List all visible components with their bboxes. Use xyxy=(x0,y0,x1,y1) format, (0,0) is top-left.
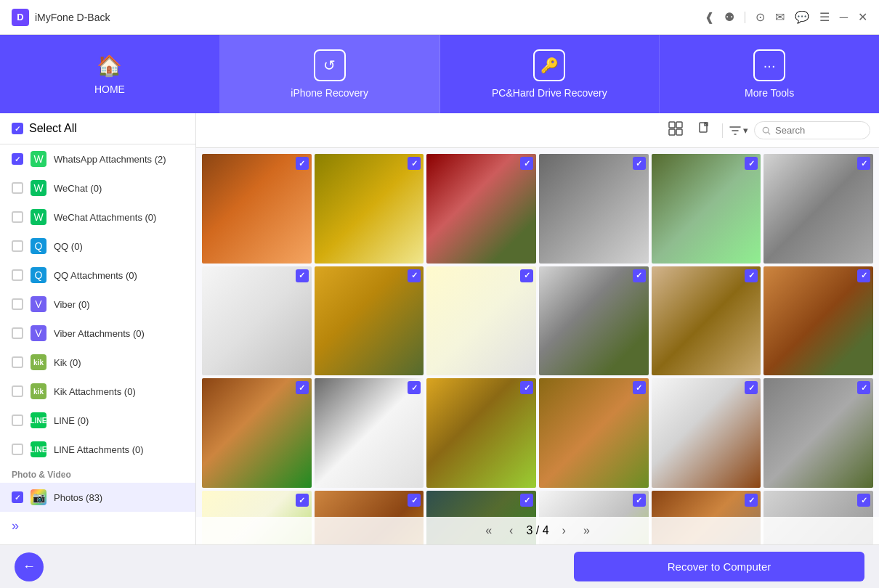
photo-item[interactable] xyxy=(315,266,424,376)
sidebar-item-wechat-attachments[interactable]: W WeChat Attachments (0) xyxy=(0,203,195,232)
grid-view-button[interactable] xyxy=(664,118,687,142)
more-tools-icon: ··· xyxy=(753,49,785,81)
qq-icon: Q xyxy=(31,238,46,254)
toolbar-divider xyxy=(722,123,723,138)
whatsapp-attachments-label: WhatsApp Attachments (2) xyxy=(54,154,166,165)
sidebar-item-line-attachments[interactable]: LINE LINE Attachments (0) xyxy=(0,435,195,464)
sidebar-item-whatsapp-attachments[interactable]: W WhatsApp Attachments (2) xyxy=(0,144,195,173)
title-bar-left: D iMyFone D-Back xyxy=(12,9,110,26)
line-attachments-label: LINE Attachments (0) xyxy=(54,444,144,455)
back-button[interactable]: ← xyxy=(15,552,44,581)
tab-more-label: More Tools xyxy=(745,87,794,99)
qq-checkbox[interactable] xyxy=(12,240,23,252)
chat-icon[interactable]: 💬 xyxy=(795,10,809,24)
user-icon[interactable]: ⚉ xyxy=(724,10,734,24)
svg-rect-0 xyxy=(669,122,675,128)
tab-iphone-label: iPhone Recovery xyxy=(291,87,368,99)
wechat-label: WeChat (0) xyxy=(54,183,102,194)
photo-item[interactable] xyxy=(539,154,649,264)
title-bar-controls: ❰ ⚉ ⊙ ✉ 💬 ☰ ─ ✕ xyxy=(705,10,867,24)
svg-rect-3 xyxy=(676,129,682,135)
photo-item[interactable] xyxy=(652,154,761,264)
photo-grid xyxy=(196,148,879,544)
qq-attachments-checkbox[interactable] xyxy=(12,269,23,281)
photo-item[interactable] xyxy=(539,378,649,488)
line-checkbox[interactable] xyxy=(12,415,23,426)
main-layout: Select All W WhatsApp Attachments (2) W … xyxy=(0,113,879,544)
photo-item[interactable] xyxy=(763,378,873,488)
tab-pc-recovery[interactable]: 🔑 PC&Hard Drive Recovery xyxy=(440,35,660,113)
photo-item[interactable] xyxy=(202,154,312,264)
viber-attachments-checkbox[interactable] xyxy=(12,327,23,339)
last-page-button[interactable]: » xyxy=(579,523,594,539)
filter-button[interactable]: ▾ xyxy=(729,124,748,137)
wechat-attachments-label: WeChat Attachments (0) xyxy=(54,212,156,223)
photo-item[interactable] xyxy=(202,266,312,376)
sidebar-header[interactable]: Select All xyxy=(0,113,195,144)
sidebar-item-line[interactable]: LINE LINE (0) xyxy=(0,406,195,435)
kik-icon: kik xyxy=(31,354,46,370)
photo-item[interactable] xyxy=(426,378,536,488)
photo-item[interactable] xyxy=(315,378,424,488)
search-box[interactable] xyxy=(754,121,870,139)
first-page-button[interactable]: « xyxy=(481,523,496,539)
viber-checkbox[interactable] xyxy=(12,298,23,310)
photo-item[interactable] xyxy=(763,266,873,376)
recover-button[interactable]: Recover to Computer xyxy=(574,552,864,581)
sidebar-item-more[interactable]: » xyxy=(0,512,195,540)
wechat-attachments-checkbox[interactable] xyxy=(12,211,23,223)
photo-item[interactable] xyxy=(315,154,424,264)
menu-icon[interactable]: ☰ xyxy=(819,10,830,24)
qq-label: QQ (0) xyxy=(54,241,83,252)
sidebar-item-kik-attachments[interactable]: kik Kik Attachments (0) xyxy=(0,377,195,406)
whatsapp-attachments-checkbox[interactable] xyxy=(12,153,23,165)
sidebar-item-qq[interactable]: Q QQ (0) xyxy=(0,232,195,261)
sidebar-item-kik[interactable]: kik Kik (0) xyxy=(0,348,195,377)
kik-attach-icon: kik xyxy=(31,383,46,399)
sidebar-item-photos[interactable]: 📷 Photos (83) xyxy=(0,483,195,512)
photo-item[interactable] xyxy=(652,378,761,488)
sidebar-item-viber[interactable]: V Viber (0) xyxy=(0,290,195,319)
photo-item[interactable] xyxy=(539,266,649,376)
location-icon[interactable]: ⊙ xyxy=(756,10,765,24)
wechat-checkbox[interactable] xyxy=(12,182,23,194)
viber-label: Viber (0) xyxy=(54,299,90,310)
pc-recovery-icon: 🔑 xyxy=(533,49,565,81)
photo-item[interactable] xyxy=(426,154,536,264)
next-page-button[interactable]: › xyxy=(558,523,570,539)
sidebar-item-viber-attachments[interactable]: V Viber Attachments (0) xyxy=(0,319,195,348)
file-view-button[interactable] xyxy=(693,118,716,142)
select-all-label: Select All xyxy=(29,122,77,135)
more-icon: » xyxy=(12,518,19,534)
sidebar-item-qq-attachments[interactable]: Q QQ Attachments (0) xyxy=(0,261,195,290)
svg-rect-1 xyxy=(676,122,682,128)
kik-checkbox[interactable] xyxy=(12,356,23,368)
select-all-checkbox[interactable] xyxy=(12,123,23,134)
photos-checkbox[interactable] xyxy=(12,491,23,503)
search-input[interactable] xyxy=(775,125,862,136)
prev-page-button[interactable]: ‹ xyxy=(505,523,517,539)
photo-item[interactable] xyxy=(652,266,761,376)
photo-item[interactable] xyxy=(763,154,873,264)
tab-more-tools[interactable]: ··· More Tools xyxy=(660,35,879,113)
photos-icon: 📷 xyxy=(31,489,46,505)
footer: ← Recover to Computer xyxy=(0,544,879,588)
nav-tabs: 🏠 HOME ↺ iPhone Recovery 🔑 PC&Hard Drive… xyxy=(0,35,879,113)
line-attachments-checkbox[interactable] xyxy=(12,444,23,455)
mail-icon[interactable]: ✉ xyxy=(775,10,785,24)
close-button[interactable]: ✕ xyxy=(858,10,867,24)
home-icon: 🏠 xyxy=(97,54,122,78)
viber-attach-icon: V xyxy=(31,325,46,341)
sidebar-item-wechat[interactable]: W WeChat (0) xyxy=(0,173,195,203)
photo-item[interactable] xyxy=(202,378,312,488)
photo-item[interactable] xyxy=(426,266,536,376)
tab-iphone-recovery[interactable]: ↺ iPhone Recovery xyxy=(220,35,440,113)
wechat-attach-icon: W xyxy=(31,209,46,225)
tab-home[interactable]: 🏠 HOME xyxy=(0,35,220,113)
minimize-button[interactable]: ─ xyxy=(840,11,848,24)
kik-attachments-checkbox[interactable] xyxy=(12,385,23,397)
share-icon[interactable]: ❰ xyxy=(705,10,714,24)
content-area: ▾ « ‹ 3 / 4 › » xyxy=(196,113,879,544)
whatsapp-icon: W xyxy=(31,151,46,167)
title-bar: D iMyFone D-Back ❰ ⚉ ⊙ ✉ 💬 ☰ ─ ✕ xyxy=(0,0,879,35)
